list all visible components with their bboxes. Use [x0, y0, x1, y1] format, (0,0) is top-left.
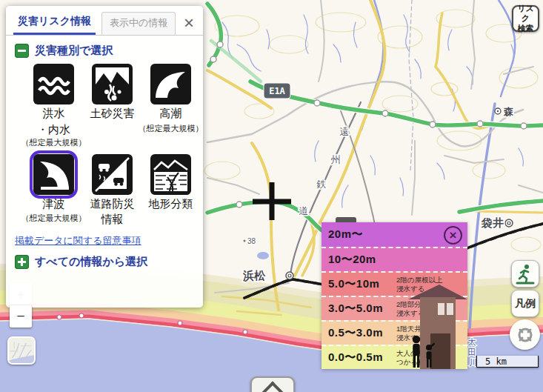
legend-close-icon[interactable]: × — [444, 226, 462, 245]
svg-text:E1A: E1A — [269, 86, 285, 96]
disaster-info-panel: 災害リスク情報 表示中の情報 × 災害種別で選択 洪水 ・内水 （想定最大規模） — [6, 6, 203, 308]
sediment-icon — [92, 64, 133, 104]
zoom-out-button[interactable]: − — [10, 305, 32, 328]
risk-search-button[interactable]: リスク検索 — [512, 5, 539, 32]
tile-storm-surge[interactable]: 高潮 （想定最大規模） — [141, 64, 200, 148]
legend-row-0-05m: 0.0〜0.5m 大人の膝までつかる程度 — [322, 345, 467, 369]
storm-surge-icon — [150, 64, 191, 104]
pond — [257, 252, 269, 259]
tile-tsunami[interactable]: 津波 （想定最大規模） — [24, 154, 83, 227]
svg-text:遠: 遠 — [340, 126, 350, 137]
scale-bar: 5 km — [476, 356, 539, 368]
tsunami-icon — [33, 154, 74, 195]
tile-road-disaster[interactable]: 道路防災 情報 — [83, 154, 141, 227]
section-title: 災害種別で選択 — [35, 44, 113, 58]
minimap-button[interactable] — [7, 336, 36, 365]
tile-landform[interactable]: 地形分類 — [141, 154, 200, 227]
collapse-chevron-icon[interactable] — [250, 376, 295, 392]
panel-tabbar: 災害リスク情報 表示中の情報 × — [6, 6, 203, 36]
hazard-map-app: E1A 浜松 袋井 森 38 遠 州 鉄 道 太 田 川 — [0, 0, 543, 392]
svg-text:道: 道 — [299, 205, 309, 216]
svg-text:州: 州 — [331, 154, 341, 165]
section-all-info[interactable]: すべての情報から選択 — [15, 255, 194, 269]
collapse-minus-icon[interactable] — [15, 44, 29, 58]
data-notes-link[interactable]: 掲載データに関する留意事項 — [15, 234, 194, 248]
svg-text:太: 太 — [468, 337, 476, 346]
map-label-fukuroi: 袋井 — [481, 216, 504, 229]
close-icon[interactable]: × — [181, 16, 197, 35]
svg-text:鉄: 鉄 — [316, 179, 327, 190]
expand-plus-icon[interactable] — [15, 255, 29, 269]
legend-row-20m: 20m〜 × — [322, 222, 467, 247]
route-badge-e1a: E1A — [264, 83, 290, 99]
legend-row-05-3m: 0.5〜3.0m 1階天井まで浸水する程度 — [322, 320, 467, 345]
legend-button[interactable]: 凡例 — [511, 290, 539, 317]
legend-row-10-20m: 10〜20m — [322, 247, 467, 271]
disaster-type-grid: 洪水 ・内水 （想定最大規模） 土砂災害 — [6, 64, 203, 227]
tile-flood[interactable]: 洪水 ・内水 （想定最大規模） — [24, 64, 83, 148]
tab-disaster-risk[interactable]: 災害リスク情報 — [13, 11, 96, 35]
legend-row-5-10m: 5.0〜10m 2階の屋根以上浸水する — [322, 271, 467, 296]
minimap-icon — [9, 336, 34, 365]
map-label-hamamatsu: 浜松 — [242, 269, 266, 282]
legend-row-3-5m: 3.0〜5.0m 2階部分まで浸水する程度 — [322, 296, 467, 320]
landform-icon — [150, 154, 191, 195]
evacuation-site-button[interactable] — [511, 260, 539, 288]
section-disaster-type[interactable]: 災害種別で選択 — [15, 44, 194, 58]
map-label-mori: 森 — [503, 106, 514, 117]
map-label-spot38: 38 — [247, 237, 256, 245]
tab-displayed-info[interactable]: 表示中の情報 — [101, 12, 176, 35]
svg-text:田: 田 — [468, 348, 476, 356]
locate-compass-icon[interactable] — [510, 319, 540, 350]
evacuation-runner-icon — [514, 263, 536, 285]
tile-sediment[interactable]: 土砂災害 — [83, 64, 141, 148]
section-title-all: すべての情報から選択 — [35, 255, 147, 269]
road-disaster-icon — [92, 154, 133, 195]
tsunami-depth-legend: 20m〜 × 10〜20m 5.0〜10m 2階の屋根以上浸水する 3.0〜5.… — [322, 222, 467, 369]
flood-icon — [33, 64, 74, 104]
